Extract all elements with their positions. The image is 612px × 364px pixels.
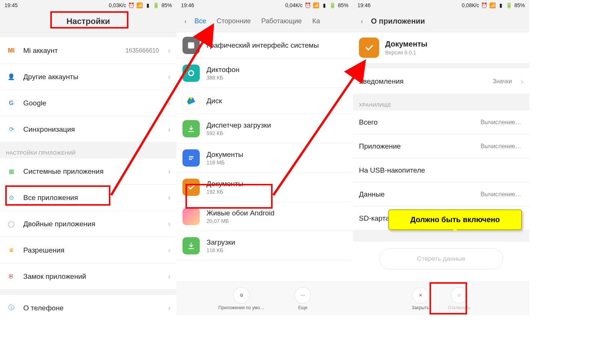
row-permissions[interactable]: ♛ Разрешения › (0, 237, 176, 263)
section-header-storage: ХРАНИЛИЩЕ (353, 95, 529, 110)
row-mi-account[interactable]: MI Mi аккаунт 1635666610 › (0, 38, 176, 64)
row-label: Все приложения (23, 194, 161, 202)
app-size: 592 КБ (207, 130, 347, 136)
bottom-bar: ✕ Закрыть ⊘ Отключить (353, 281, 529, 315)
header: ‹ Все Сторонние Работающие Ка (176, 11, 353, 32)
row-value: Вычисление… (481, 143, 521, 150)
chevron-right-icon: › (168, 46, 170, 55)
tabs: Все Сторонние Работающие Ка (194, 17, 353, 25)
documents-icon (182, 179, 200, 196)
app-drive[interactable]: Диск (176, 88, 353, 114)
status-time: 19:45 (5, 2, 18, 8)
row-storage-total[interactable]: Всего Вычисление… (353, 110, 529, 134)
google-icon: G (6, 98, 17, 108)
row-storage-app[interactable]: Приложение Вычисление… (353, 134, 529, 158)
row-label: Google (23, 99, 161, 107)
app-live-wallpapers[interactable]: Живые обои Android20,07 МБ (176, 202, 353, 231)
tab-all[interactable]: Все (194, 17, 206, 25)
header: Настройки (0, 11, 176, 32)
recorder-icon (182, 65, 200, 82)
download-icon (182, 120, 200, 137)
alarm-icon: ⏰ (481, 2, 487, 8)
chevron-right-icon: › (521, 77, 523, 86)
badge-icon: ♛ (6, 245, 17, 256)
tab-run[interactable]: Работающие (261, 17, 302, 25)
app-download-manager[interactable]: Диспетчер загрузки592 КБ (176, 114, 353, 143)
row-notifications[interactable]: Уведомления Значки › (353, 68, 529, 95)
default-apps-button[interactable]: ⚙ Приложения по умо… (219, 287, 265, 310)
row-storage-data[interactable]: Данные Вычисление… (353, 182, 529, 206)
app-google-docs[interactable]: Документы116 МБ (176, 143, 353, 173)
row-label: О телефоне (23, 304, 161, 312)
app-recorder[interactable]: Диктофон388 КБ (176, 59, 353, 88)
disable-button[interactable]: ⊘ Отключить (448, 287, 471, 310)
screen-all-apps: 19:46 0,04К/с ⏰ 📶 ▮ 🔋 85% ‹ Все Сторонни… (176, 0, 353, 315)
button-label: Стереть данные (417, 255, 466, 263)
battery-icon: 🔋 (330, 2, 336, 8)
row-all-apps[interactable]: ⊙ Все приложения › (0, 185, 176, 211)
system-ui-icon (182, 37, 200, 54)
app-downloads[interactable]: Загрузки116 КБ (176, 231, 353, 260)
svg-rect-5 (189, 158, 193, 158)
row-label: Разрешения (23, 246, 161, 254)
row-system-apps[interactable]: ▦ Системные приложения › (0, 158, 176, 185)
status-bar: 19:45 0,03К/с ⏰ 📶 ▮ 🔋 85% (0, 0, 176, 11)
signal-icon: ▮ (145, 2, 151, 8)
signal-icon: ▮ (321, 2, 327, 8)
app-header: Документы Версия 6.0.1 (353, 32, 529, 63)
app-name: Документы (207, 150, 347, 159)
back-button[interactable]: ‹ (176, 11, 194, 32)
row-other-accounts[interactable]: 👤 Другие аккаунты › (0, 64, 176, 90)
row-about-phone[interactable]: ⓘ О телефоне › (0, 295, 176, 315)
annotation-callout: Должно быть включено (388, 209, 522, 230)
close-button[interactable]: ✕ Закрыть (412, 287, 429, 310)
app-size: 116 МБ (207, 159, 347, 165)
row-label: Уведомления (359, 77, 486, 86)
row-google[interactable]: G Google › (0, 90, 176, 116)
close-icon: ✕ (412, 287, 429, 304)
more-button[interactable]: ⋯ Еще (294, 287, 311, 310)
tab-third[interactable]: Сторонние (217, 17, 251, 25)
svg-rect-0 (188, 42, 194, 48)
status-battery: 85% (338, 2, 348, 8)
app-size: 388 КБ (207, 75, 347, 81)
alarm-icon: ⏰ (128, 2, 134, 8)
row-value: 1635666610 (125, 47, 159, 54)
app-documents[interactable]: Документы192 КБ (176, 173, 353, 202)
app-version: Версия 6.0.1 (385, 50, 427, 56)
section-header-apps: НАСТРОЙКИ ПРИЛОЖЕНИЙ (0, 143, 176, 158)
gdocs-icon (182, 149, 200, 167)
mi-logo-icon: MI (6, 45, 17, 56)
row-value: Вычисление… (481, 119, 521, 126)
row-sync[interactable]: ⟳ Синхронизация › (0, 116, 176, 143)
chevron-right-icon: › (168, 304, 170, 312)
row-storage-usb[interactable]: На USB-накопителе (353, 158, 529, 182)
clear-data-button[interactable]: Стереть данные (379, 248, 503, 269)
screen-app-info: 19:46 0,08К/с ⏰ 📶 ▮ 🔋 85% ‹ О приложении… (353, 0, 529, 315)
downloads-icon (182, 237, 200, 254)
status-battery: 85% (514, 2, 525, 8)
status-speed: 0,03К/с (109, 2, 126, 8)
row-dual-apps[interactable]: ◯ Двойные приложения › (0, 211, 176, 237)
back-button[interactable]: ‹ (353, 11, 371, 32)
tab-more[interactable]: Ка (312, 17, 320, 25)
app-size: 20,07 МБ (207, 218, 347, 224)
row-app-lock[interactable]: ⛨ Замок приложений › (0, 263, 176, 290)
battery-icon: 🔋 (506, 2, 512, 8)
app-size: 116 КБ (207, 247, 347, 253)
screen-settings: 19:45 0,03К/с ⏰ 📶 ▮ 🔋 85% Настройки MI M… (0, 0, 176, 315)
info-icon: ⓘ (6, 303, 17, 313)
row-label: Другие аккаунты (23, 73, 161, 81)
status-time: 19:46 (181, 2, 194, 8)
button-label: Приложения по умо… (219, 305, 265, 310)
app-icon (359, 38, 379, 58)
app-name: Диктофон (207, 66, 347, 74)
status-speed: 0,08К/с (462, 2, 479, 8)
page-title: Настройки (66, 17, 110, 26)
all-apps-icon: ⊙ (6, 193, 17, 203)
wallpaper-icon (182, 208, 200, 225)
app-system-ui[interactable]: Графический интерфейс системы (176, 32, 353, 59)
alarm-icon: ⏰ (305, 2, 311, 8)
wifi-icon: 📶 (137, 2, 143, 8)
row-value: Значки (493, 78, 512, 85)
